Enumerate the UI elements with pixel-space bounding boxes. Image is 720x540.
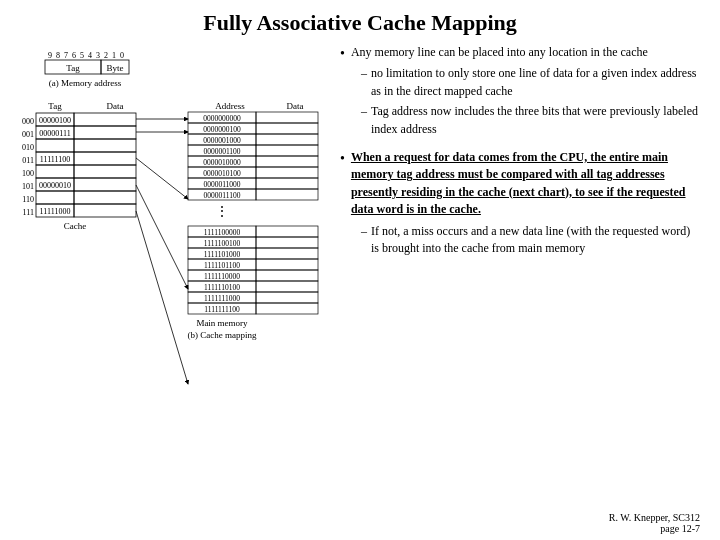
svg-rect-62 bbox=[256, 134, 318, 145]
text-area: • Any memory line can be placed into any… bbox=[340, 44, 700, 509]
page: Fully Associative Cache Mapping 9 8 7 6 … bbox=[0, 0, 720, 540]
svg-text:3: 3 bbox=[96, 51, 100, 60]
svg-text:0000001100: 0000001100 bbox=[203, 147, 240, 156]
svg-rect-93 bbox=[256, 270, 318, 281]
sub-bullets-2: – If not, a miss occurs and a new data l… bbox=[361, 223, 700, 258]
svg-text:011: 011 bbox=[22, 156, 34, 165]
svg-line-49 bbox=[136, 158, 188, 199]
svg-text:(b) Cache mapping: (b) Cache mapping bbox=[188, 330, 257, 340]
svg-text:11111000: 11111000 bbox=[40, 207, 71, 216]
svg-text:1111111000: 1111111000 bbox=[204, 294, 240, 303]
footer-line1: R. W. Knepper, SC312 bbox=[609, 512, 700, 523]
svg-rect-27 bbox=[74, 139, 136, 152]
svg-text:11111100: 11111100 bbox=[40, 155, 71, 164]
svg-text:4: 4 bbox=[88, 51, 92, 60]
svg-text:0000010000: 0000010000 bbox=[203, 158, 241, 167]
svg-text:7: 7 bbox=[64, 51, 68, 60]
svg-text:Address: Address bbox=[215, 101, 245, 111]
sub-bullet-1-2: – Tag address now includes the three bit… bbox=[361, 103, 700, 138]
dash-3: – bbox=[361, 223, 367, 258]
page-title: Fully Associative Cache Mapping bbox=[20, 10, 700, 36]
svg-rect-102 bbox=[256, 303, 318, 314]
svg-text:Main memory: Main memory bbox=[196, 318, 248, 328]
svg-rect-71 bbox=[256, 167, 318, 178]
sub-bullets-1: – no limitation to only store one line o… bbox=[361, 65, 700, 138]
bullet-2-text: When a request for data comes from the C… bbox=[351, 150, 686, 216]
bullet-dot-1: • bbox=[340, 44, 345, 141]
svg-rect-81 bbox=[256, 226, 318, 237]
svg-text:1111100100: 1111100100 bbox=[204, 239, 241, 248]
svg-text:0: 0 bbox=[120, 51, 124, 60]
svg-rect-96 bbox=[256, 281, 318, 292]
svg-rect-40 bbox=[36, 191, 74, 204]
svg-text:2: 2 bbox=[104, 51, 108, 60]
svg-text:1111110000: 1111110000 bbox=[204, 272, 240, 281]
svg-text:0000000100: 0000000100 bbox=[203, 125, 241, 134]
bullet-1-content: Any memory line can be placed into any l… bbox=[351, 44, 700, 141]
svg-text:(a) Memory address: (a) Memory address bbox=[49, 78, 122, 88]
svg-text:1111100000: 1111100000 bbox=[204, 228, 241, 237]
svg-text:1: 1 bbox=[112, 51, 116, 60]
svg-text:8: 8 bbox=[56, 51, 60, 60]
svg-text:0000010100: 0000010100 bbox=[203, 169, 241, 178]
svg-text:1111101000: 1111101000 bbox=[204, 250, 241, 259]
svg-rect-34 bbox=[74, 165, 136, 178]
bullet-1-text: Any memory line can be placed into any l… bbox=[351, 45, 648, 59]
svg-rect-87 bbox=[256, 248, 318, 259]
svg-rect-56 bbox=[256, 112, 318, 123]
svg-text:00000100: 00000100 bbox=[39, 116, 71, 125]
svg-text:Tag: Tag bbox=[48, 101, 62, 111]
svg-rect-90 bbox=[256, 259, 318, 270]
svg-text:00000010: 00000010 bbox=[39, 181, 71, 190]
svg-rect-68 bbox=[256, 156, 318, 167]
svg-text:111: 111 bbox=[23, 208, 34, 217]
diagram-svg: 9 8 7 6 5 4 3 2 1 0 Tag Byte (a) Memory … bbox=[20, 44, 330, 504]
svg-text:6: 6 bbox=[72, 51, 76, 60]
svg-text:Byte: Byte bbox=[107, 63, 124, 73]
svg-rect-26 bbox=[36, 139, 74, 152]
svg-rect-24 bbox=[74, 126, 136, 139]
svg-rect-33 bbox=[36, 165, 74, 178]
svg-rect-65 bbox=[256, 145, 318, 156]
svg-text:1111101100: 1111101100 bbox=[204, 261, 240, 270]
sub-bullet-1-2-text: Tag address now includes the three bits … bbox=[371, 103, 700, 138]
footer: R. W. Knepper, SC312 page 12-7 bbox=[609, 512, 700, 534]
svg-rect-45 bbox=[74, 204, 136, 217]
svg-text:100: 100 bbox=[22, 169, 34, 178]
svg-rect-20 bbox=[74, 113, 136, 126]
svg-rect-59 bbox=[256, 123, 318, 134]
dash-2: – bbox=[361, 103, 367, 138]
bullet-dot-2: • bbox=[340, 149, 345, 260]
sub-bullet-1-1: – no limitation to only store one line o… bbox=[361, 65, 700, 100]
svg-rect-99 bbox=[256, 292, 318, 303]
bullet-2-content: When a request for data comes from the C… bbox=[351, 149, 700, 260]
svg-text:001: 001 bbox=[22, 130, 34, 139]
svg-rect-38 bbox=[74, 178, 136, 191]
svg-text:0000011000: 0000011000 bbox=[203, 180, 240, 189]
svg-text:0000001000: 0000001000 bbox=[203, 136, 241, 145]
dash-1: – bbox=[361, 65, 367, 100]
svg-rect-74 bbox=[256, 178, 318, 189]
sub-bullet-2-1: – If not, a miss occurs and a new data l… bbox=[361, 223, 700, 258]
svg-text:Data: Data bbox=[107, 101, 124, 111]
footer-line2: page 12-7 bbox=[609, 523, 700, 534]
svg-text:1111111100: 1111111100 bbox=[204, 305, 240, 314]
svg-text:⋮: ⋮ bbox=[215, 204, 229, 219]
svg-text:00000111: 00000111 bbox=[39, 129, 70, 138]
diagram-area: 9 8 7 6 5 4 3 2 1 0 Tag Byte (a) Memory … bbox=[20, 44, 330, 509]
svg-rect-31 bbox=[74, 152, 136, 165]
svg-text:Data: Data bbox=[287, 101, 304, 111]
svg-text:Tag: Tag bbox=[66, 63, 80, 73]
svg-text:110: 110 bbox=[22, 195, 34, 204]
svg-text:010: 010 bbox=[22, 143, 34, 152]
svg-text:5: 5 bbox=[80, 51, 84, 60]
sub-bullet-1-1-text: no limitation to only store one line of … bbox=[371, 65, 700, 100]
svg-rect-77 bbox=[256, 189, 318, 200]
bullet-2: • When a request for data comes from the… bbox=[340, 149, 700, 260]
svg-rect-41 bbox=[74, 191, 136, 204]
svg-text:0000011100: 0000011100 bbox=[204, 191, 241, 200]
svg-rect-84 bbox=[256, 237, 318, 248]
svg-text:101: 101 bbox=[22, 182, 34, 191]
bullet-1: • Any memory line can be placed into any… bbox=[340, 44, 700, 141]
sub-bullet-2-1-text: If not, a miss occurs and a new data lin… bbox=[371, 223, 700, 258]
